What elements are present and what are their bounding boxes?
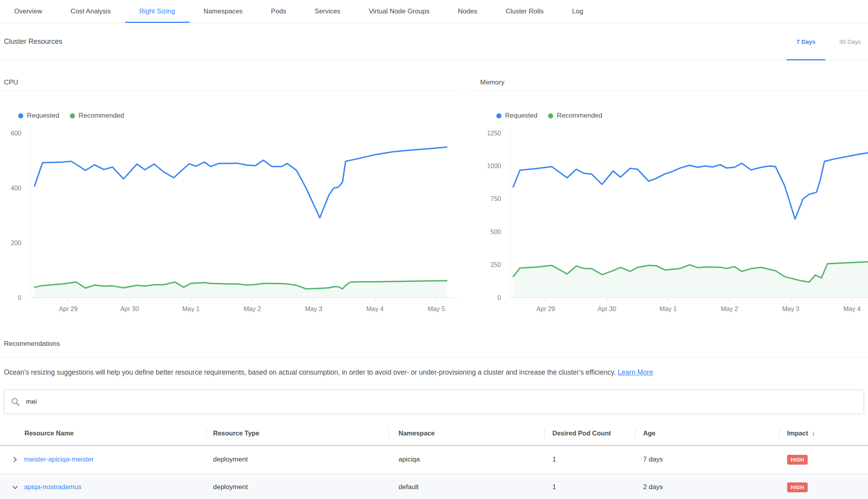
legend-item-requested[interactable]: Requested	[496, 112, 537, 120]
learn-more-link[interactable]: Learn More	[618, 368, 653, 376]
cell-resource-name: apiqa-nostradamus	[0, 483, 206, 491]
svg-text:250: 250	[490, 261, 501, 268]
memory-chart-legend: RequestedRecommended	[496, 111, 868, 120]
recommendations-table: Resource NameResource TypeNamespaceDesir…	[0, 422, 868, 499]
table-body: meister-apiciqa-meisterdeploymentapiciqa…	[0, 446, 868, 499]
cpu-chart-panel: CPU RequestedRecommended 0200400600Apr 2…	[0, 60, 459, 312]
tab-nodes[interactable]: Nodes	[444, 0, 492, 23]
cpu-chart-legend: RequestedRecommended	[18, 111, 459, 120]
svg-text:0: 0	[18, 295, 21, 301]
svg-text:May 2: May 2	[721, 306, 738, 312]
tab-pods[interactable]: Pods	[257, 0, 301, 23]
column-header-label: Desired Pod Count	[552, 430, 611, 437]
svg-text:May 1: May 1	[660, 306, 677, 312]
cell-age: 2 days	[635, 483, 779, 491]
tab-log[interactable]: Log	[558, 0, 597, 23]
column-header-label: Impact	[787, 430, 808, 437]
tab-overview[interactable]: Overview	[0, 0, 56, 23]
svg-text:750: 750	[490, 195, 501, 202]
svg-text:1000: 1000	[487, 163, 501, 169]
svg-text:0: 0	[498, 295, 501, 301]
table-row[interactable]: meister-apiciqa-meisterdeploymentapiciqa…	[0, 446, 868, 474]
cpu-chart-title: CPU	[0, 60, 459, 91]
table-header-row: Resource NameResource TypeNamespaceDesir…	[0, 422, 868, 446]
recommendations-description-text: Ocean's resizing suggestions will help y…	[4, 368, 616, 376]
column-header-resource-type[interactable]: Resource Type	[206, 422, 389, 445]
tab-bar: OverviewCost AnalysisRight SizingNamespa…	[0, 0, 868, 23]
cell-resource-name: meister-apiciqa-meister	[0, 456, 206, 463]
legend-dot-requested	[496, 113, 501, 118]
tab-right-sizing[interactable]: Right Sizing	[125, 0, 189, 23]
column-header-namespace[interactable]: Namespace	[389, 422, 544, 445]
legend-label: Requested	[27, 112, 59, 120]
legend-label: Recommended	[79, 112, 124, 120]
cell-namespace: default	[389, 483, 544, 491]
impact-badge: HIGH	[787, 482, 808, 492]
table-row[interactable]: apiqa-nostradamusdeploymentdefault12 day…	[0, 474, 868, 499]
svg-text:Apr 30: Apr 30	[598, 306, 616, 312]
memory-chart-panel: Memory RequestedRecommended 025050075010…	[470, 60, 868, 312]
legend-item-recommended[interactable]: Recommended	[70, 112, 124, 120]
column-header-label: Namespace	[398, 430, 435, 437]
cell-impact: HIGH	[779, 455, 868, 465]
legend-item-recommended[interactable]: Recommended	[548, 112, 602, 120]
search-input[interactable]	[26, 398, 857, 406]
column-header-age[interactable]: Age	[635, 422, 779, 445]
legend-dot-recommended	[548, 113, 553, 118]
cell-age: 7 days	[635, 456, 779, 463]
memory-chart: 025050075010001250Apr 29Apr 30May 1May 2…	[470, 127, 868, 312]
svg-text:May 1: May 1	[182, 306, 200, 312]
svg-text:1250: 1250	[487, 130, 501, 137]
cell-impact: HIGH	[779, 482, 868, 492]
svg-text:May 5: May 5	[428, 306, 445, 312]
section-title: Cluster Resources	[4, 38, 62, 46]
resource-name-link[interactable]: apiqa-nostradamus	[24, 483, 82, 491]
charts-row: CPU RequestedRecommended 0200400600Apr 2…	[0, 60, 868, 312]
cell-resource-type: deployment	[206, 456, 389, 463]
search-box[interactable]	[4, 390, 864, 414]
impact-badge: HIGH	[787, 455, 808, 465]
resource-name-link[interactable]: meister-apiciqa-meister	[24, 456, 94, 463]
sort-descending-icon: ↓	[812, 430, 815, 437]
date-range-toggle: 7 Days30 Days	[787, 23, 868, 60]
tab-namespaces[interactable]: Namespaces	[189, 0, 257, 23]
svg-text:200: 200	[11, 240, 21, 246]
range-30-days[interactable]: 30 Days	[825, 23, 868, 60]
memory-requested-line	[513, 153, 868, 219]
svg-text:May 4: May 4	[367, 306, 384, 312]
legend-dot-requested	[18, 113, 23, 118]
tab-services[interactable]: Services	[301, 0, 355, 23]
chevron-right-icon[interactable]	[12, 456, 18, 463]
column-header-label: Resource Name	[24, 430, 74, 437]
svg-text:400: 400	[11, 185, 21, 191]
svg-text:May 3: May 3	[782, 306, 799, 312]
column-header-label: Age	[643, 430, 655, 437]
recommendations-description: Ocean's resizing suggestions will help y…	[0, 358, 868, 377]
cell-resource-type: deployment	[206, 483, 389, 491]
svg-text:600: 600	[11, 130, 21, 137]
range-7-days[interactable]: 7 Days	[787, 23, 825, 60]
svg-text:Apr 29: Apr 29	[536, 306, 555, 312]
svg-text:Apr 29: Apr 29	[59, 306, 77, 312]
chevron-down-icon[interactable]	[12, 484, 18, 490]
cell-namespace: apiciqa	[389, 456, 544, 463]
tab-cluster-rolls[interactable]: Cluster Rolls	[492, 0, 558, 23]
column-header-resource-name[interactable]: Resource Name	[0, 422, 206, 445]
legend-label: Recommended	[557, 112, 602, 120]
svg-text:May 2: May 2	[244, 306, 261, 312]
cluster-resources-header: Cluster Resources 7 Days30 Days	[0, 23, 868, 60]
legend-item-requested[interactable]: Requested	[18, 112, 59, 120]
legend-label: Requested	[505, 112, 537, 120]
legend-dot-recommended	[70, 113, 75, 118]
tab-virtual-node-groups[interactable]: Virtual Node Groups	[355, 0, 444, 23]
cell-desired-pod-count: 1	[544, 483, 635, 491]
column-header-label: Resource Type	[213, 430, 259, 437]
column-header-impact[interactable]: Impact↓	[779, 422, 868, 445]
svg-text:May 4: May 4	[844, 306, 861, 312]
svg-text:500: 500	[490, 229, 501, 235]
cell-desired-pod-count: 1	[544, 456, 635, 463]
search-icon	[11, 397, 20, 407]
tab-cost-analysis[interactable]: Cost Analysis	[56, 0, 125, 23]
column-header-desired-pod-count[interactable]: Desired Pod Count	[544, 422, 635, 445]
svg-text:Apr 30: Apr 30	[120, 306, 139, 312]
